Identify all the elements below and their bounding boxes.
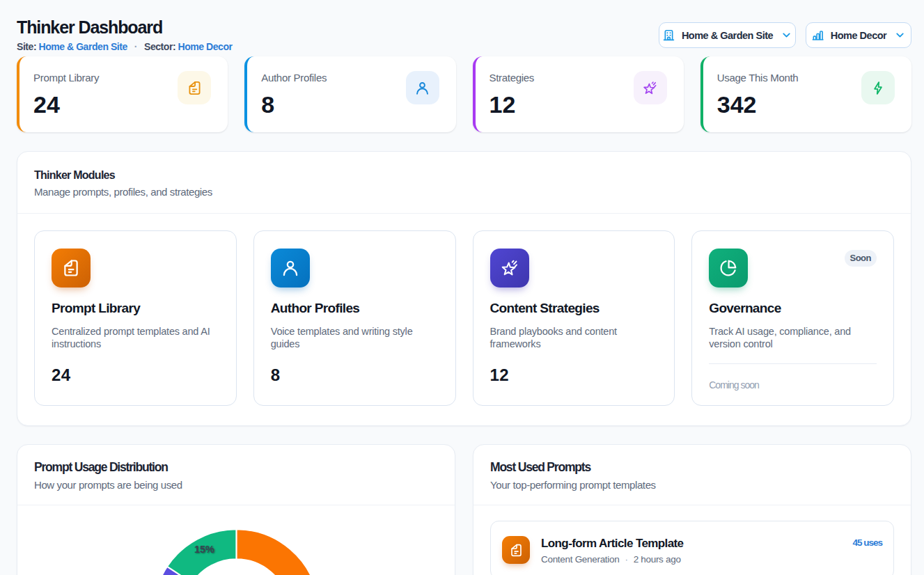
svg-text:15%: 15% bbox=[194, 544, 214, 555]
